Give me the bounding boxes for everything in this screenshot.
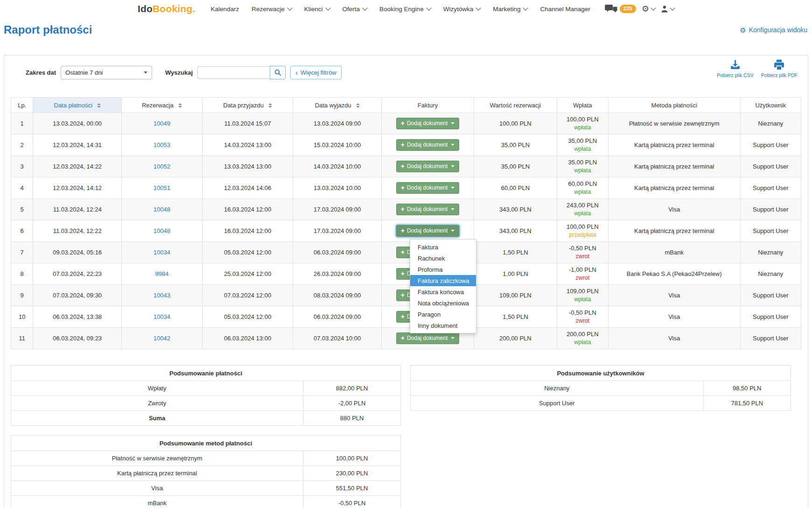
payment-status: wpłata xyxy=(559,167,606,174)
messages-icon[interactable]: 225 xyxy=(605,5,636,14)
payment-date-cell: 11.03.2024, 12:22 xyxy=(33,220,122,242)
reservation-link[interactable]: 10042 xyxy=(154,335,170,342)
dropdown-item-inny-dokument[interactable]: Inny dokument xyxy=(410,320,476,331)
nav-item-klienci[interactable]: Klienci xyxy=(304,6,330,13)
reservation-link[interactable]: 10034 xyxy=(154,313,170,320)
chevron-left-icon xyxy=(295,69,298,77)
column-header-rezerwacja[interactable]: Rezerwacja xyxy=(122,98,203,113)
search-input[interactable] xyxy=(197,66,270,79)
gear-icon: ⚙ xyxy=(642,5,649,13)
reservation-cell: 9984 xyxy=(122,263,203,285)
page-title: Raport płatności xyxy=(4,23,92,36)
download-csv-button[interactable]: Pobierz plik CSV xyxy=(717,58,754,78)
user-cell: Nieznany xyxy=(740,113,801,134)
arrival-date-cell: 06.03.2024 13:00 xyxy=(202,328,293,349)
departure-date-cell: 17.03.2024 09:00 xyxy=(293,199,382,220)
payments-summary-value: 880 PLN xyxy=(303,411,401,426)
departure-date-cell: 07.03.2024 10:00 xyxy=(293,328,382,349)
nav-item-marketing[interactable]: Marketing xyxy=(493,6,527,13)
reservation-cell: 10043 xyxy=(122,285,203,306)
methods-summary-label: Kartą płatniczą przez terminal xyxy=(11,466,303,481)
payment-status: wpłata xyxy=(559,124,606,131)
methods-summary-label: mBank xyxy=(11,496,303,508)
dropdown-item-faktura-ko-cowa[interactable]: Faktura końcowa xyxy=(410,286,476,297)
add-document-button[interactable]: Dodaj dokument xyxy=(396,139,460,151)
reservation-link[interactable]: 10051 xyxy=(154,184,170,191)
user-menu[interactable] xyxy=(661,5,674,13)
plus-icon xyxy=(401,184,405,191)
arrival-date-cell: 14.03.2024 13:00 xyxy=(202,134,293,156)
view-configuration-link[interactable]: ⚙ Konfiguracja widoku xyxy=(740,26,807,34)
arrival-date-cell: 05.03.2024 12:00 xyxy=(202,242,293,263)
plus-icon xyxy=(401,206,405,213)
invoices-cell: Dodaj dokument xyxy=(381,156,474,177)
row-number-cell: 6 xyxy=(11,220,33,242)
reservation-link[interactable]: 10048 xyxy=(154,227,170,234)
payments-summary-label: Suma xyxy=(11,411,303,426)
dropdown-item-rachunek[interactable]: Rachunek xyxy=(410,253,476,264)
invoices-cell: Dodaj dokument xyxy=(381,177,474,199)
nav-item-oferta[interactable]: Oferta xyxy=(343,6,367,13)
reservation-link[interactable]: 10053 xyxy=(154,141,170,148)
sort-icon xyxy=(178,103,182,108)
search-button[interactable] xyxy=(270,66,286,79)
payment-date-cell: 06.03.2024, 13:38 xyxy=(33,306,122,328)
brand-logo[interactable]: IdoBooking. xyxy=(138,3,196,14)
reservation-link[interactable]: 10052 xyxy=(154,163,170,170)
plus-icon xyxy=(401,141,405,148)
payment-method-cell: Płatność w serwisie zewnętrznym xyxy=(608,113,740,134)
dropdown-item-faktura[interactable]: Faktura xyxy=(410,241,476,253)
table-row: 709.03.2024, 05:161003405.03.2024 12:000… xyxy=(11,242,801,263)
row-number-cell: 9 xyxy=(11,285,33,306)
dropdown-item-nota-obci-eniowa[interactable]: Nota obciążeniowa xyxy=(410,297,476,309)
reservation-cell: 10042 xyxy=(122,328,203,349)
table-row: 113.03.2024, 00:001004911.03.2024 15:071… xyxy=(11,113,801,134)
table-header-row: Lp.Data płatnościRezerwacjaData przyjazd… xyxy=(11,98,801,113)
reservation-link[interactable]: 10048 xyxy=(154,206,170,213)
user-cell: Support User xyxy=(740,199,801,220)
arrival-date-cell: 05.03.2024 12:00 xyxy=(202,306,293,328)
payment-cell: 35,00 PLNwpłata xyxy=(557,134,608,156)
add-document-button[interactable]: Dodaj dokument xyxy=(396,161,460,172)
dropdown-item-proforma[interactable]: Proforma xyxy=(410,264,476,275)
nav-item-booking-engine[interactable]: Booking Engine xyxy=(379,6,431,13)
reservation-link[interactable]: 10043 xyxy=(154,292,170,299)
reservation-link[interactable]: 10034 xyxy=(154,249,170,256)
more-filters-button[interactable]: Więcej filtrów xyxy=(290,66,342,79)
dropdown-item-paragon[interactable]: Paragon xyxy=(410,309,476,320)
add-document-button[interactable]: Dodaj dokument xyxy=(396,182,460,194)
nav-item-rezerwacje[interactable]: Rezerwacje xyxy=(252,6,292,13)
chevron-down-icon xyxy=(451,122,455,124)
date-range-select[interactable]: Ostatnie 7 dni xyxy=(61,66,152,79)
column-header-data-przyjazdu[interactable]: Data przyjazdu xyxy=(202,98,293,113)
row-number-cell: 1 xyxy=(11,113,33,134)
users-summary-value: 781,50 PLN xyxy=(703,396,791,411)
add-document-button[interactable]: Dodaj dokument xyxy=(396,332,460,344)
arrival-date-cell: 07.03.2024 12:00 xyxy=(202,285,293,306)
reservation-value-cell: 200,00 PLN xyxy=(474,328,557,349)
column-header-data-p-atno-ci[interactable]: Data płatności xyxy=(33,98,122,113)
nav-item-wizyt-wka[interactable]: Wizytówka xyxy=(443,6,481,13)
add-document-button[interactable]: Dodaj dokument xyxy=(396,118,460,129)
payment-method-cell: Kartą płatniczą przez terminal xyxy=(608,220,740,242)
column-header-wp-ata: Wpłata xyxy=(557,98,608,113)
payment-status: wpłata xyxy=(559,145,606,153)
dropdown-item-faktura-zaliczkowa[interactable]: Faktura zaliczkowa xyxy=(410,275,476,286)
arrival-date-cell: 11.03.2024 15:07 xyxy=(202,113,293,134)
add-document-button[interactable]: Dodaj dokument xyxy=(396,225,460,237)
settings-menu[interactable]: ⚙ xyxy=(642,5,655,13)
payments-summary-value: -2,00 PLN xyxy=(303,396,401,411)
user-cell: Support User xyxy=(740,156,801,177)
nav-item-channel-manager[interactable]: Channel Manager xyxy=(540,6,590,13)
nav-item-kalendarz[interactable]: Kalendarz xyxy=(210,6,239,13)
user-cell: Nieznany xyxy=(740,263,801,285)
reservation-link[interactable]: 9984 xyxy=(155,270,168,277)
arrival-date-cell: 16.03.2024 12:00 xyxy=(202,199,293,220)
reservation-link[interactable]: 10049 xyxy=(154,120,170,127)
search-label: Wyszukaj xyxy=(165,69,193,76)
download-pdf-button[interactable]: Pobierz plik PDF xyxy=(761,58,798,78)
add-document-button[interactable]: Dodaj dokument xyxy=(396,204,460,215)
column-header-data-wyjazdu[interactable]: Data wyjazdu xyxy=(293,98,382,113)
plus-icon xyxy=(401,227,405,234)
reservation-value-cell: 343,00 PLN xyxy=(474,220,557,242)
